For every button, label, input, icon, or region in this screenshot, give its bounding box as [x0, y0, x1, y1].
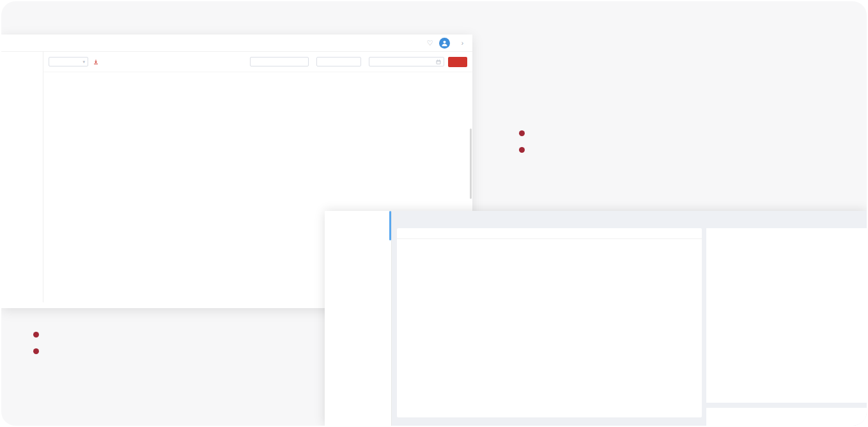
chevron-down-icon: ▾ — [82, 59, 85, 65]
sidebar — [1, 52, 43, 302]
monitor-menu — [325, 211, 392, 426]
chevron-right-icon[interactable]: › — [461, 40, 463, 47]
usage-log-note — [519, 120, 532, 164]
menu-scrollbar[interactable] — [389, 211, 391, 240]
usage-log-screenshot — [325, 211, 867, 426]
export-audit-log-button[interactable] — [93, 59, 100, 65]
frequent-apps-title — [397, 228, 702, 239]
visits-chart-panel — [706, 228, 867, 403]
date-range-input[interactable] — [369, 57, 444, 66]
visits-chart-title — [706, 228, 867, 235]
favorite-heart-icon[interactable]: ♡ — [427, 39, 433, 47]
app-header: ♡ › — [1, 35, 472, 52]
page: ♡ › ▾ — [0, 0, 868, 427]
bullet-dot — [519, 147, 525, 153]
avatar-person-icon — [441, 40, 448, 47]
download-icon — [93, 59, 98, 65]
avatar[interactable] — [439, 38, 450, 49]
search-button[interactable] — [448, 57, 467, 67]
feature-card: ♡ › ▾ — [1, 1, 867, 426]
visitor-share-panel — [706, 408, 867, 426]
bullet-dot — [33, 348, 39, 354]
visitor-share-title — [706, 408, 867, 414]
frequent-apps-panel — [397, 228, 702, 417]
keyword-input[interactable] — [250, 57, 309, 66]
filter-bar: ▾ — [43, 52, 472, 72]
bullet-dot — [33, 332, 39, 338]
table-scrollbar[interactable] — [470, 128, 472, 199]
user-filter-input[interactable] — [316, 57, 361, 66]
match-mode-select[interactable]: ▾ — [49, 57, 88, 66]
bullet-dot — [519, 130, 525, 136]
audit-log-note — [33, 322, 46, 365]
visits-bar-chart — [706, 236, 867, 389]
calendar-icon — [436, 59, 441, 65]
